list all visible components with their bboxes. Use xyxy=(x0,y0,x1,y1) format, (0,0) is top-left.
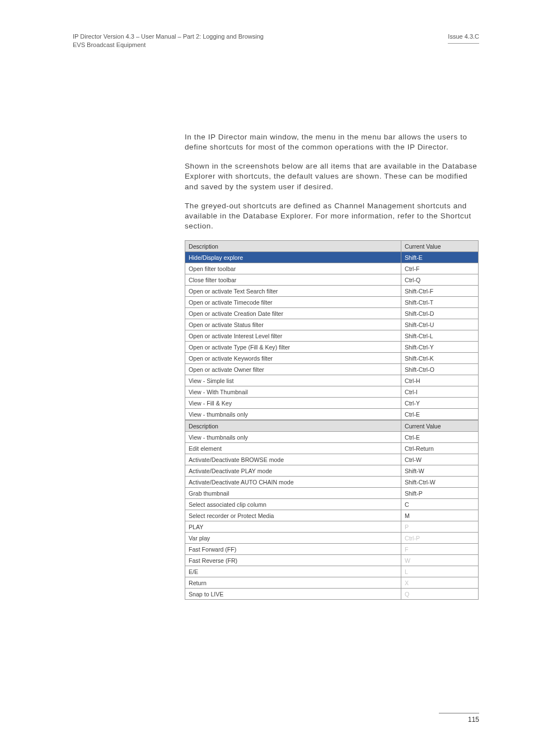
row-description: Open or activate Keywords filter xyxy=(185,353,401,364)
row-description: Return xyxy=(185,577,401,589)
row-description: Hide/Display explore xyxy=(185,252,401,263)
table-row[interactable]: View - thumbnails onlyCtrl-E xyxy=(185,432,479,443)
row-current-value: X xyxy=(401,577,479,589)
row-current-value: M xyxy=(401,510,479,521)
row-description: View - thumbnails only xyxy=(185,409,401,420)
table-row[interactable]: Snap to LIVEQ xyxy=(185,589,479,600)
row-current-value: F xyxy=(401,544,479,555)
header-current-value: Current Value xyxy=(401,241,479,252)
table-row[interactable]: PLAYP xyxy=(185,521,479,533)
row-current-value: Shift-Ctrl-Y xyxy=(401,342,479,353)
row-current-value: Shift-Ctrl-T xyxy=(401,297,479,308)
row-description: Var play xyxy=(185,533,401,544)
row-description: Open or activate Owner filter xyxy=(185,364,401,375)
table-row[interactable]: View - Simple listCtrl-H xyxy=(185,375,479,386)
shortcuts-table-1: DescriptionCurrent ValueHide/Display exp… xyxy=(185,240,479,420)
row-description: Open or activate Timecode filter xyxy=(185,297,401,308)
doc-title-line2: EVS Broadcast Equipment xyxy=(73,41,264,49)
row-current-value: Shift-Ctrl-O xyxy=(401,364,479,375)
row-description: View - Simple list xyxy=(185,375,401,386)
row-current-value: L xyxy=(401,566,479,577)
header-rule xyxy=(448,43,479,44)
table-header-row: DescriptionCurrent Value xyxy=(185,241,479,252)
content-area: In the IP Director main window, the menu… xyxy=(185,132,478,600)
row-current-value: Ctrl-P xyxy=(401,533,479,544)
row-description: Activate/Deactivate BROWSE mode xyxy=(185,454,401,465)
row-description: Select recorder or Protect Media xyxy=(185,510,401,521)
table-row[interactable]: Activate/Deactivate AUTO CHAIN modeShift… xyxy=(185,477,479,488)
table-header-row: DescriptionCurrent Value xyxy=(185,421,479,432)
row-current-value: Shift-Ctrl-F xyxy=(401,286,479,297)
table-row[interactable]: Activate/Deactivate BROWSE modeCtrl-W xyxy=(185,454,479,465)
table-row[interactable]: Open or activate Text Search filterShift… xyxy=(185,286,479,297)
row-current-value: Shift-Ctrl-U xyxy=(401,319,479,330)
row-current-value: Q xyxy=(401,589,479,600)
row-description: E/E xyxy=(185,566,401,577)
row-description: Grab thumbnail xyxy=(185,488,401,499)
table-row[interactable]: View - Fill & KeyCtrl-Y xyxy=(185,398,479,409)
table-row[interactable]: Open or activate Timecode filterShift-Ct… xyxy=(185,297,479,308)
intro-para-2: Shown in the screenshots below are all i… xyxy=(185,161,478,192)
table-row[interactable]: Open or activate Status filterShift-Ctrl… xyxy=(185,319,479,330)
table-row[interactable]: View - With ThumbnailCtrl-I xyxy=(185,386,479,398)
row-description: Open or activate Status filter xyxy=(185,319,401,330)
table-row[interactable]: Close filter toolbarCtrl-Q xyxy=(185,274,479,286)
table-row[interactable]: Open filter toolbarCtrl-F xyxy=(185,263,479,274)
row-current-value: Ctrl-H xyxy=(401,375,479,386)
row-description: Open or activate Text Search filter xyxy=(185,286,401,297)
row-description: PLAY xyxy=(185,521,401,533)
tables-wrap: DescriptionCurrent ValueHide/Display exp… xyxy=(185,240,478,600)
table-row[interactable]: Edit elementCtrl-Return xyxy=(185,443,479,454)
table-row[interactable]: Var playCtrl-P xyxy=(185,533,479,544)
row-current-value: Shift-W xyxy=(401,465,479,477)
row-description: Activate/Deactivate AUTO CHAIN mode xyxy=(185,477,401,488)
row-description: View - With Thumbnail xyxy=(185,386,401,398)
footer-rule xyxy=(439,713,479,713)
row-current-value: Shift-P xyxy=(401,488,479,499)
row-description: View - Fill & Key xyxy=(185,398,401,409)
row-current-value: Ctrl-E xyxy=(401,409,479,420)
table-row[interactable]: Hide/Display exploreShift-E xyxy=(185,252,479,263)
row-current-value: Ctrl-F xyxy=(401,263,479,274)
row-description: Select associated clip column xyxy=(185,499,401,510)
doc-title-line1: IP Director Version 4.3 – User Manual – … xyxy=(73,32,264,41)
table-row[interactable]: Select associated clip columnC xyxy=(185,499,479,510)
row-description: Close filter toolbar xyxy=(185,274,401,286)
table-row[interactable]: Fast Forward (FF)F xyxy=(185,544,479,555)
table-row[interactable]: Open or activate Type (Fill & Key) filte… xyxy=(185,342,479,353)
issue-label: Issue 4.3.C xyxy=(448,32,479,41)
row-description: View - thumbnails only xyxy=(185,432,401,443)
row-current-value: Ctrl-W xyxy=(401,454,479,465)
row-current-value: W xyxy=(401,555,479,566)
table-row[interactable]: ReturnX xyxy=(185,577,479,589)
row-current-value: C xyxy=(401,499,479,510)
table-row[interactable]: Activate/Deactivate PLAY modeShift-W xyxy=(185,465,479,477)
row-current-value: Shift-Ctrl-K xyxy=(401,353,479,364)
table-row[interactable]: E/EL xyxy=(185,566,479,577)
header-current-value: Current Value xyxy=(401,421,479,432)
table-row[interactable]: Open or activate Keywords filterShift-Ct… xyxy=(185,353,479,364)
row-current-value: Ctrl-Return xyxy=(401,443,479,454)
shortcuts-table-2: DescriptionCurrent ValueView - thumbnail… xyxy=(185,420,479,600)
intro-para-1: In the IP Director main window, the menu… xyxy=(185,132,478,152)
table-row[interactable]: Open or activate Creation Date filterShi… xyxy=(185,308,479,319)
table-row[interactable]: View - thumbnails onlyCtrl-E xyxy=(185,409,479,420)
row-description: Edit element xyxy=(185,443,401,454)
page-footer: 115 xyxy=(439,713,479,724)
row-description: Snap to LIVE xyxy=(185,589,401,600)
header-description: Description xyxy=(185,421,401,432)
row-description: Fast Forward (FF) xyxy=(185,544,401,555)
page-number: 115 xyxy=(439,716,479,724)
header-left: IP Director Version 4.3 – User Manual – … xyxy=(73,32,264,49)
table-row[interactable]: Select recorder or Protect MediaM xyxy=(185,510,479,521)
table-row[interactable]: Grab thumbnailShift-P xyxy=(185,488,479,499)
row-current-value: P xyxy=(401,521,479,533)
table-row[interactable]: Open or activate Owner filterShift-Ctrl-… xyxy=(185,364,479,375)
row-current-value: Ctrl-E xyxy=(401,432,479,443)
table-row[interactable]: Fast Reverse (FR)W xyxy=(185,555,479,566)
row-current-value: Shift-Ctrl-W xyxy=(401,477,479,488)
row-description: Open or activate Creation Date filter xyxy=(185,308,401,319)
table-row[interactable]: Open or activate Interest Level filterSh… xyxy=(185,330,479,342)
header-description: Description xyxy=(185,241,401,252)
header-right: Issue 4.3.C xyxy=(448,32,479,44)
